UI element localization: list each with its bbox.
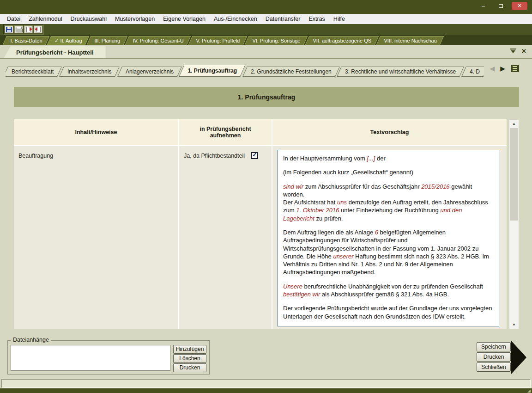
sub-tab[interactable]: 3. Rechtliche und wirtschaftliche Verhäl… bbox=[337, 67, 464, 77]
include-checkbox[interactable]: ✓ bbox=[251, 152, 258, 159]
print-icon[interactable] bbox=[14, 25, 23, 33]
tab-list-icon[interactable] bbox=[511, 65, 519, 72]
attachments-legend: Dateianhänge bbox=[11, 337, 51, 343]
main-tab[interactable]: III. Planung bbox=[87, 36, 127, 45]
checkin-icon[interactable] bbox=[34, 25, 42, 33]
sub-tab-label: 3. Rechtliche und wirtschaftliche Verhäl… bbox=[339, 67, 461, 76]
sub-tab-label: Anlagenverzeichnis bbox=[120, 67, 179, 76]
action-button[interactable]: Speichern bbox=[477, 342, 511, 351]
sub-tab[interactable]: Inhaltsverzeichnis bbox=[59, 67, 120, 77]
toolbar-group bbox=[3, 24, 44, 35]
main-tab-label: VIII. interne Nachschau bbox=[379, 37, 441, 43]
include-option-label: Ja, da Pflichtbestandteil bbox=[184, 153, 245, 159]
scroll-down-icon[interactable]: ▼ bbox=[509, 321, 519, 329]
main-tab[interactable]: IV. Prüfung: Gesamt-U bbox=[125, 36, 191, 45]
action-button[interactable]: Schließen bbox=[477, 362, 511, 372]
column-header-inhalt: Inhalt/Hinweise bbox=[14, 119, 178, 145]
sub-tab-label: 4. D bbox=[464, 67, 484, 76]
check-icon: ✓ bbox=[252, 151, 257, 158]
main-tab[interactable]: ✓ II. Auftrag bbox=[47, 36, 90, 45]
scroll-up-icon[interactable]: ▲ bbox=[509, 120, 519, 128]
sub-tab[interactable]: 1. Prüfungsauftrag bbox=[179, 65, 245, 77]
titlebar: – ✕ bbox=[0, 0, 532, 14]
sub-tab-label: Inhaltsverzeichnis bbox=[62, 67, 117, 76]
section-title: 1. Prüfungsauftrag bbox=[238, 93, 295, 101]
menu-item[interactable]: Extras bbox=[304, 14, 329, 24]
page-arrow-right-icon bbox=[26, 27, 31, 32]
sub-tab-label: 1. Prüfungsauftrag bbox=[182, 65, 242, 75]
sub-tab-label: Berichtsdeckblatt bbox=[6, 67, 59, 76]
sub-tab-bar: BerichtsdeckblattInhaltsverzeichnisAnlag… bbox=[6, 62, 484, 77]
sub-tab-nav: ◀ ▶ bbox=[490, 65, 519, 72]
main-tab-label: V. Prüfung: Prüffeld bbox=[191, 37, 245, 43]
toolbar bbox=[0, 24, 532, 35]
editor-paragraph: Dem Auftrag liegen die als Anlage 6 beig… bbox=[283, 228, 493, 276]
scrollbar-thumb[interactable] bbox=[510, 128, 518, 221]
close-button[interactable]: ✕ bbox=[512, 2, 527, 10]
sub-tab[interactable]: Berichtsdeckblatt bbox=[6, 67, 62, 77]
sub-tab[interactable]: 2. Grundsätzliche Feststellungen bbox=[242, 67, 340, 77]
content-table: Inhalt/Hinweise in Prüfungsbericht aufne… bbox=[14, 119, 507, 329]
main-tab-label: VII. auftragsbezogene QS bbox=[308, 37, 377, 43]
main-tab[interactable]: V. Prüfung: Prüffeld bbox=[188, 36, 247, 45]
save-icon[interactable] bbox=[5, 25, 13, 33]
editor-paragraph: sind wir zum Abschlussprüfer für das Ges… bbox=[283, 183, 493, 222]
sub-tab-label: 2. Grundsätzliche Feststellungen bbox=[245, 67, 337, 76]
minimize-button[interactable]: – bbox=[477, 2, 490, 10]
menu-item[interactable]: Zahlenmodul bbox=[24, 14, 66, 24]
tab-next-icon[interactable]: ▶ bbox=[500, 65, 505, 72]
textvorschlag-cell: In der Hauptversammlung vom [...] der(im… bbox=[272, 146, 507, 329]
resize-grip[interactable]: ◢ bbox=[527, 388, 531, 393]
main-tab[interactable]: I. Basis-Daten bbox=[3, 36, 50, 45]
menu-item[interactable]: Datei bbox=[3, 14, 24, 24]
main-tab[interactable]: VI. Prüfung: Sonstige bbox=[245, 36, 308, 45]
main-tab-label: VI. Prüfung: Sonstige bbox=[248, 37, 306, 43]
maximize-button[interactable] bbox=[494, 2, 508, 10]
printer-icon bbox=[16, 27, 22, 32]
action-buttons: SpeichernDruckenSchließen bbox=[477, 342, 511, 372]
panel-tab[interactable]: Prüfungsbericht - Hauptteil bbox=[4, 46, 106, 58]
attachment-button[interactable]: Drucken bbox=[173, 363, 206, 372]
column-header-textvorschlag: Textvorschlag bbox=[272, 119, 507, 145]
sub-tab[interactable]: Anlagenverzeichnis bbox=[117, 67, 182, 77]
main-tab-label: ✓ II. Auftrag bbox=[49, 37, 87, 44]
attachment-button[interactable]: Löschen bbox=[173, 354, 206, 363]
editor-paragraph: (im Folgenden auch kurz „Gesellschaft“ g… bbox=[283, 168, 493, 176]
tab-prev-icon[interactable]: ◀ bbox=[490, 65, 495, 72]
menu-item[interactable]: Mustervorlagen bbox=[111, 14, 159, 24]
include-cell: Ja, da Pflichtbestandteil ✓ bbox=[179, 146, 272, 329]
checkout-icon[interactable] bbox=[24, 25, 33, 33]
menu-item[interactable]: Eigene Vorlagen bbox=[159, 14, 210, 24]
menu-item[interactable]: Aus-/Einchecken bbox=[210, 14, 261, 24]
main-tab-label: I. Basis-Daten bbox=[5, 37, 47, 43]
attachment-button[interactable]: Hinzufügen bbox=[173, 345, 206, 354]
main-tab[interactable]: VIII. interne Nachschau bbox=[376, 36, 444, 45]
dock-icon[interactable] bbox=[510, 48, 516, 54]
menu-item[interactable]: Druckauswahl bbox=[66, 14, 111, 24]
attachments-list[interactable] bbox=[11, 345, 170, 371]
menu-item[interactable]: Hilfe bbox=[329, 14, 349, 24]
bottom-strip: ◢ bbox=[0, 388, 532, 393]
editor-paragraph: In der Hauptversammlung vom [...] der bbox=[283, 154, 493, 162]
textvorschlag-editor[interactable]: In der Hauptversammlung vom [...] der(im… bbox=[277, 150, 499, 326]
maximize-icon bbox=[499, 4, 503, 8]
panel-title: Prüfungsbericht - Hauptteil bbox=[16, 49, 94, 56]
floppy-icon bbox=[6, 27, 12, 32]
menubar: DateiZahlenmodulDruckauswahlMustervorlag… bbox=[0, 14, 532, 24]
page-arrow-left-icon bbox=[36, 27, 41, 32]
main-tab-label: IV. Prüfung: Gesamt-U bbox=[128, 37, 189, 43]
action-button[interactable]: Drucken bbox=[477, 352, 511, 362]
main-tab-bar: I. Basis-Daten✓ II. AuftragIII. PlanungI… bbox=[0, 35, 532, 45]
main-tab[interactable]: VII. auftragsbezogene QS bbox=[305, 36, 379, 45]
vertical-scrollbar[interactable]: ▲ ▼ bbox=[509, 119, 519, 329]
section-band: 1. Prüfungsauftrag bbox=[14, 87, 519, 107]
sub-tab[interactable]: 4. D bbox=[462, 67, 484, 77]
editor-paragraph: Unsere berufsrechtliche Unabhängigkeit v… bbox=[283, 282, 493, 299]
panel-header-row: Prüfungsbericht - Hauptteil ✕ bbox=[0, 45, 532, 59]
attachment-buttons: HinzufügenLöschenDrucken bbox=[173, 345, 206, 372]
close-panel-icon[interactable]: ✕ bbox=[521, 48, 526, 54]
column-header-aufnehmen: in Prüfungsbericht aufnehmen bbox=[179, 119, 272, 145]
window-controls: – ✕ bbox=[477, 2, 527, 10]
attachments-groupbox: Dateianhänge HinzufügenLöschenDrucken bbox=[7, 340, 210, 375]
menu-item[interactable]: Datentransfer bbox=[261, 14, 305, 24]
